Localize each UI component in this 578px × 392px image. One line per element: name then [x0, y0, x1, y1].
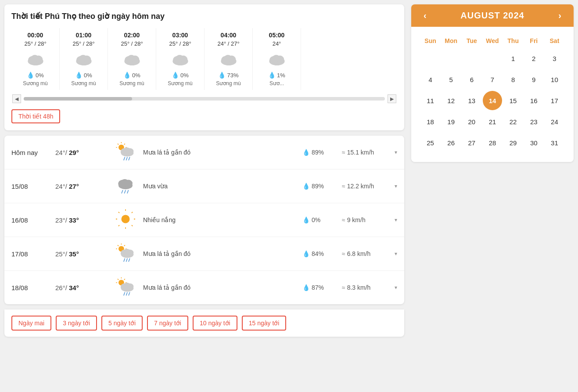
wind-icon: ≈ — [342, 284, 345, 291]
daily-row[interactable]: 16/08 23°/ 33° Nhiều nắng 💧 0% ≈ 9 km/h … — [4, 203, 404, 237]
footer-nav-button[interactable]: 10 ngày tới — [193, 316, 237, 331]
daily-icon — [112, 176, 139, 197]
svg-line-44 — [127, 191, 128, 193]
svg-point-64 — [123, 249, 130, 255]
rain-drop-icon: 💧 — [302, 250, 310, 257]
daily-icon — [112, 209, 139, 230]
prev-month-button[interactable]: ‹ — [420, 11, 430, 21]
daily-row[interactable]: 18/08 26°/ 34° Mưa lá tả gần đó 💧 87% ≈ … — [4, 271, 404, 304]
calendar-day-cell[interactable]: 12 — [442, 91, 461, 110]
calendar-day-cell[interactable]: 19 — [442, 112, 461, 131]
chevron-down-icon: ▾ — [395, 251, 397, 257]
daily-date: 15/08 — [11, 183, 51, 190]
hourly-desc: Sương mù — [161, 80, 200, 86]
calendar-day-cell[interactable]: 4 — [421, 70, 440, 89]
calendar-day-cell[interactable]: 17 — [545, 91, 564, 110]
calendar-day-cell[interactable]: 8 — [503, 70, 523, 89]
hourly-time: 00:00 — [16, 32, 55, 39]
calendar-day-cell — [483, 49, 502, 68]
calendar-day-cell[interactable]: 24 — [545, 112, 564, 131]
hourly-item: 04:00 24° / 27° 💧 73% Sương mù — [205, 28, 253, 90]
calendar-day-cell[interactable]: 28 — [483, 133, 502, 152]
calendar-day-cell[interactable]: 6 — [462, 70, 481, 89]
daily-wind: ≈ 6.8 km/h — [342, 250, 390, 257]
calendar-day-cell[interactable]: 15 — [503, 91, 523, 110]
svg-line-79 — [124, 292, 125, 295]
svg-line-42 — [122, 191, 122, 193]
daily-row[interactable]: 17/08 25°/ 35° Mưa lá tả gần đó 💧 84% ≈ … — [4, 237, 404, 271]
calendar-day-header: Mon — [441, 34, 461, 48]
calendar-day-cell[interactable]: 25 — [421, 133, 440, 152]
calendar-day-cell[interactable]: 3 — [545, 49, 564, 68]
calendar-day-headers: SunMonTueWedThuFriSat — [420, 34, 565, 48]
daily-row[interactable]: 15/08 24°/ 27° Mưa vừa 💧 89% ≈ 12.2 km/h… — [4, 169, 404, 203]
calendar-day-cell[interactable]: 21 — [483, 112, 502, 131]
daily-temp: 24°/ 27° — [55, 183, 108, 190]
svg-line-36 — [126, 157, 127, 160]
svg-line-59 — [118, 245, 118, 246]
calendar-day-cell[interactable]: 2 — [524, 49, 543, 68]
daily-temp: 26°/ 34° — [55, 284, 108, 291]
calendar-day-cell — [462, 49, 481, 68]
scroll-right-arrow[interactable]: ▶ — [388, 94, 396, 103]
calendar-day-cell[interactable]: 13 — [462, 91, 481, 110]
footer-nav-button[interactable]: 7 ngày tới — [147, 316, 188, 331]
hourly-temp: 25° / 28° — [64, 40, 103, 47]
daily-rows-list: Hôm nay 24°/ 29° Mưa lá tả gần đó 💧 89% … — [4, 136, 404, 304]
calendar-weeks: 1234567891011121314151617181920212223242… — [420, 48, 565, 153]
calendar-day-header: Sun — [420, 34, 441, 48]
calendar-day-cell[interactable]: 10 — [545, 70, 564, 89]
next-month-button[interactable]: › — [555, 11, 565, 21]
calendar-day-cell[interactable]: 5 — [442, 70, 461, 89]
calendar-day-cell[interactable]: 18 — [421, 112, 440, 131]
footer-nav-button[interactable]: 5 ngày tới — [101, 316, 143, 331]
svg-line-73 — [118, 279, 118, 280]
calendar-day-cell[interactable]: 27 — [462, 133, 481, 152]
calendar-day-cell[interactable]: 22 — [503, 112, 523, 131]
hourly-time: 05:00 — [257, 32, 296, 39]
rain-drop-icon: 💧 — [218, 72, 226, 79]
footer-nav-button[interactable]: 15 ngày tới — [242, 316, 287, 331]
wind-icon: ≈ — [342, 250, 345, 257]
scroll-left-arrow[interactable]: ◀ — [12, 94, 21, 103]
rain-drop-icon: 💧 — [172, 72, 179, 79]
daily-icon — [112, 243, 139, 264]
calendar-day-cell — [442, 49, 461, 68]
hourly-temp: 25° / 28° — [112, 40, 151, 47]
calendar-day-cell[interactable]: 29 — [503, 133, 523, 152]
daily-wind: ≈ 9 km/h — [342, 216, 390, 223]
btn-48h[interactable]: Thời tiết 48h — [11, 109, 60, 123]
rain-percent: 💧 0% — [64, 72, 103, 79]
daily-row[interactable]: Hôm nay 24°/ 29° Mưa lá tả gần đó 💧 89% … — [4, 136, 404, 169]
footer-nav-button[interactable]: Ngày mai — [11, 316, 51, 331]
calendar-day-cell[interactable]: 30 — [524, 133, 543, 152]
hourly-temp: 24° — [257, 40, 296, 47]
svg-point-34 — [123, 147, 130, 154]
svg-line-52 — [132, 212, 133, 213]
footer-nav-button[interactable]: 3 ngày tới — [56, 316, 97, 331]
scroll-bar: ◀ ▶ — [11, 94, 397, 103]
svg-line-81 — [129, 292, 129, 295]
calendar-day-cell[interactable]: 23 — [524, 112, 543, 131]
calendar-day-cell[interactable]: 14 — [483, 91, 502, 110]
calendar-day-cell[interactable]: 1 — [503, 49, 523, 68]
wind-icon: ≈ — [342, 149, 345, 156]
svg-point-19 — [224, 55, 232, 62]
calendar-day-cell[interactable]: 16 — [524, 91, 543, 110]
calendar-day-cell[interactable]: 20 — [462, 112, 481, 131]
rain-drop-icon: 💧 — [302, 216, 310, 223]
hourly-temp: 25° / 28° — [16, 40, 55, 47]
calendar-day-cell[interactable]: 7 — [483, 70, 502, 89]
hourly-items-list: 00:00 25° / 28° 💧 0% Sương mù 01:00 25° … — [11, 28, 397, 90]
calendar-day-cell[interactable]: 9 — [524, 70, 543, 89]
daily-wind: ≈ 8.3 km/h — [342, 284, 390, 291]
hourly-temp: 25° / 28° — [161, 40, 200, 47]
calendar-day-cell[interactable]: 11 — [421, 91, 440, 110]
scroll-track[interactable] — [24, 97, 385, 101]
calendar-day-cell[interactable]: 31 — [545, 133, 564, 152]
calendar-week-row: 25262728293031 — [420, 132, 565, 153]
hourly-desc: Sương mù — [209, 80, 248, 86]
svg-line-43 — [125, 191, 126, 193]
calendar-week-row: 18192021222324 — [420, 111, 565, 132]
calendar-day-cell[interactable]: 26 — [442, 133, 461, 152]
